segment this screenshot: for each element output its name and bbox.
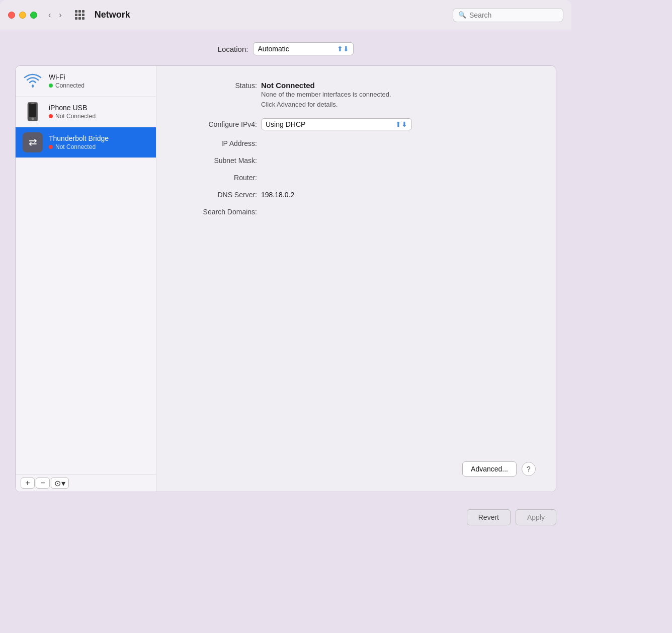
wifi-status-dot	[49, 84, 53, 88]
status-label: Status:	[177, 82, 257, 90]
add-network-button[interactable]: +	[21, 478, 35, 489]
window-title: Network	[95, 10, 447, 20]
gear-icon: ⊙	[54, 479, 61, 488]
iphone-info: iPhone USB Not Connected	[49, 104, 96, 120]
ip-address-label: IP Address:	[177, 139, 257, 147]
sidebar-toolbar: + − ⊙ ▾	[16, 474, 156, 492]
thunderbolt-icon: ⇄	[23, 132, 43, 152]
thunderbolt-status-text: Not Connected	[55, 143, 96, 150]
subnet-mask-label: Subnet Mask:	[177, 156, 257, 165]
title-bar: ‹ › Network 🔍	[0, 0, 571, 30]
configure-ipv4-label: Configure IPv4:	[177, 120, 257, 128]
wifi-status: Connected	[49, 82, 85, 89]
subnet-mask-row: Subnet Mask:	[177, 156, 536, 165]
maximize-button[interactable]	[30, 12, 37, 19]
configure-ipv4-value: Using DHCP	[266, 120, 393, 128]
wifi-info: Wi-Fi Connected	[49, 73, 85, 89]
dns-server-row: DNS Server: 198.18.0.2	[177, 191, 536, 199]
status-row: Status: Not Connected None of the member…	[177, 81, 536, 109]
minimize-button[interactable]	[19, 12, 26, 19]
svg-rect-1	[29, 104, 36, 117]
svg-rect-3	[31, 103, 34, 104]
ip-address-row: IP Address:	[177, 139, 536, 147]
sidebar-item-thunderbolt[interactable]: ⇄ Thunderbolt Bridge Not Connected	[16, 127, 156, 158]
wifi-icon	[23, 71, 43, 91]
svg-text:⇄: ⇄	[29, 136, 37, 147]
router-label: Router:	[177, 174, 257, 182]
remove-network-button[interactable]: −	[36, 478, 50, 489]
gear-chevron-icon: ▾	[61, 479, 65, 488]
sidebar: Wi-Fi Connected	[16, 66, 156, 492]
status-content: Not Connected None of the member interfa…	[261, 81, 391, 109]
location-row: Location: Automatic ⬆⬇	[15, 40, 556, 57]
revert-button[interactable]: Revert	[467, 509, 511, 525]
thunderbolt-info: Thunderbolt Bridge Not Connected	[49, 134, 109, 150]
gear-button[interactable]: ⊙ ▾	[51, 478, 69, 489]
configure-ipv4-select[interactable]: Using DHCP ⬆⬇	[261, 118, 412, 130]
traffic-lights	[8, 12, 37, 19]
search-icon: 🔍	[458, 11, 466, 19]
sidebar-item-wifi[interactable]: Wi-Fi Connected	[16, 66, 156, 97]
dns-server-value: 198.18.0.2	[261, 191, 294, 199]
router-row: Router:	[177, 174, 536, 182]
detail-panel: Status: Not Connected None of the member…	[156, 66, 556, 492]
status-value: Not Connected	[261, 81, 391, 90]
wifi-status-text: Connected	[55, 82, 85, 89]
dns-server-label: DNS Server:	[177, 191, 257, 199]
thunderbolt-status: Not Connected	[49, 143, 109, 150]
location-arrows-icon: ⬆⬇	[337, 45, 349, 53]
forward-button[interactable]: ›	[56, 10, 64, 21]
search-domains-row: Search Domains:	[177, 208, 536, 216]
nav-buttons: ‹ ›	[45, 10, 65, 21]
iphone-icon	[23, 102, 43, 122]
content-panel: Wi-Fi Connected	[15, 65, 556, 492]
search-box[interactable]: 🔍	[453, 8, 563, 22]
main-content: Location: Automatic ⬆⬇	[0, 30, 571, 502]
location-select[interactable]: Automatic ⬆⬇	[253, 42, 354, 55]
wifi-name: Wi-Fi	[49, 73, 85, 81]
advanced-button[interactable]: Advanced...	[462, 461, 517, 477]
iphone-name: iPhone USB	[49, 104, 96, 112]
close-button[interactable]	[8, 12, 15, 19]
iphone-status-text: Not Connected	[55, 113, 96, 120]
sidebar-item-iphone[interactable]: iPhone USB Not Connected	[16, 97, 156, 127]
configure-ipv4-arrows-icon: ⬆⬇	[395, 120, 407, 128]
iphone-status-dot	[49, 114, 53, 118]
detail-actions: Advanced... ?	[177, 451, 536, 477]
back-button[interactable]: ‹	[45, 10, 54, 21]
configure-ipv4-row: Configure IPv4: Using DHCP ⬆⬇	[177, 118, 536, 130]
thunderbolt-name: Thunderbolt Bridge	[49, 134, 109, 142]
help-button[interactable]: ?	[522, 462, 536, 476]
location-label: Location:	[218, 45, 248, 53]
location-value: Automatic	[258, 45, 334, 53]
svg-point-2	[32, 118, 34, 120]
apps-grid-icon[interactable]	[75, 10, 85, 20]
search-domains-label: Search Domains:	[177, 208, 257, 216]
status-description: None of the member interfaces is connect…	[261, 90, 391, 109]
search-input[interactable]	[469, 11, 550, 19]
network-list: Wi-Fi Connected	[16, 66, 156, 474]
bottom-bar: Revert Apply	[0, 502, 571, 532]
iphone-status: Not Connected	[49, 113, 96, 120]
thunderbolt-status-dot	[49, 145, 53, 149]
apply-button[interactable]: Apply	[516, 509, 556, 525]
